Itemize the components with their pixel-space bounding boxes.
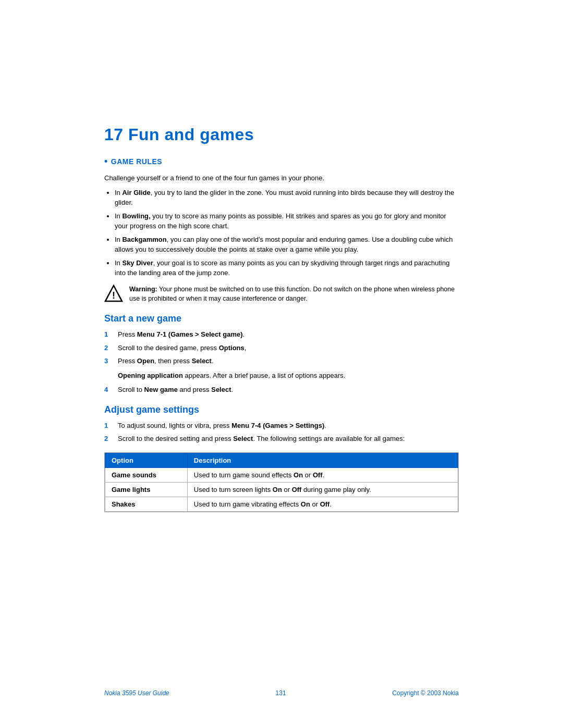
list-item: 2 Scroll to the desired game, press Opti… [104, 343, 459, 353]
adjust-settings-heading: Adjust game settings [104, 404, 459, 415]
step-number: 1 [104, 329, 112, 340]
list-item: 4 Scroll to New game and press Select. [104, 385, 459, 395]
list-item: In Sky Diver, your goal is to score as m… [115, 258, 459, 278]
bold-text: New game [144, 386, 178, 393]
content-area: 17 Fun and games GAME RULES Challenge yo… [104, 0, 459, 552]
table-cell-option: Game lights [105, 482, 188, 497]
list-item: 1 Press Menu 7-1 (Games > Select game). [104, 329, 459, 340]
table-cell-option: Shakes [105, 497, 188, 511]
table-header-option: Option [105, 453, 188, 467]
warning-label: Warning: [129, 286, 157, 293]
air-glide-bold: Air Glide [122, 189, 150, 196]
warning-box: ! Warning: Your phone must be switched o… [104, 285, 459, 304]
step-note: Opening application appears. After a bri… [118, 371, 459, 381]
list-item: In Bowling, you try to score as many poi… [115, 211, 459, 231]
adjust-settings-steps: 1 To adjust sound, lights or vibra, pres… [104, 421, 459, 444]
step-text: Scroll to the desired setting and press … [118, 434, 459, 444]
game-rules-intro: Challenge yourself or a friend to one of… [104, 173, 459, 183]
table-row: Shakes Used to turn game vibrating effec… [105, 497, 458, 511]
bowling-bold: Bowling, [122, 212, 150, 220]
table-cell-description: Used to turn screen lights On or Off dur… [187, 482, 458, 497]
step-text: Press Open, then press Select. [118, 356, 459, 366]
list-item: 1 To adjust sound, lights or vibra, pres… [104, 421, 459, 431]
svg-text:!: ! [112, 290, 115, 301]
bold-text: Opening application [118, 372, 183, 379]
step-text: Scroll to New game and press Select. [118, 385, 459, 395]
footer-right: Copyright © 2003 Nokia [392, 689, 459, 697]
list-item: In Backgammon, you can play one of the w… [115, 235, 459, 255]
step-number: 1 [104, 421, 112, 431]
step-text: To adjust sound, lights or vibra, press … [118, 421, 459, 431]
list-item: 3 Press Open, then press Select. [104, 356, 459, 366]
bold-text: Select [192, 357, 212, 365]
table-cell-option: Game sounds [105, 467, 188, 482]
table-row: Game lights Used to turn screen lights O… [105, 482, 458, 497]
table-header-description: Description [187, 453, 458, 467]
bold-text: On [273, 486, 282, 493]
table-cell-description: Used to turn game vibrating effects On o… [187, 497, 458, 511]
sky-diver-bold: Sky Diver [122, 259, 153, 267]
bold-text: Off [292, 486, 302, 493]
step-text: Press Menu 7-1 (Games > Select game). [118, 329, 459, 340]
backgammon-bold: Backgammon [122, 236, 166, 243]
bold-text: Off [320, 500, 330, 508]
bold-text: Off [313, 471, 323, 479]
step-number: 2 [104, 434, 112, 444]
start-new-game-heading: Start a new game [104, 313, 459, 324]
settings-table-container: Option Description Game sounds Used to t… [104, 452, 459, 512]
page: 17 Fun and games GAME RULES Challenge yo… [0, 0, 563, 728]
table-row: Game sounds Used to turn game sound effe… [105, 467, 458, 482]
step-number: 2 [104, 343, 112, 353]
bold-text: Menu 7-1 (Games > Select game) [137, 330, 243, 338]
start-new-game-step4: 4 Scroll to New game and press Select. [104, 385, 459, 395]
table-header-row: Option Description [105, 453, 458, 467]
bold-text: On [293, 471, 303, 479]
section-heading-label: GAME RULES [111, 157, 162, 166]
footer-left: Nokia 3595 User Guide [104, 689, 169, 697]
step-number: 4 [104, 385, 112, 395]
list-item: 2 Scroll to the desired setting and pres… [104, 434, 459, 444]
bold-text: Open [137, 357, 154, 365]
warning-text: Warning: Your phone must be switched on … [129, 285, 459, 304]
bold-text: Menu 7-4 (Games > Settings) [231, 422, 324, 429]
chapter-title: 17 Fun and games [104, 125, 459, 144]
list-item: In Air Glide, you try to land the glider… [115, 188, 459, 208]
bold-text: On [301, 500, 310, 508]
table-cell-description: Used to turn game sound effects On or Of… [187, 467, 458, 482]
game-rules-bullet-list: In Air Glide, you try to land the glider… [115, 188, 459, 278]
start-new-game-steps: 1 Press Menu 7-1 (Games > Select game). … [104, 329, 459, 366]
section-heading-game-rules: GAME RULES [104, 156, 459, 167]
bold-text: Select [211, 386, 231, 393]
page-footer: Nokia 3595 User Guide 131 Copyright © 20… [0, 689, 563, 697]
bold-text: Options [219, 344, 244, 352]
step-number: 3 [104, 356, 112, 366]
bold-text: Select [233, 435, 253, 442]
settings-table: Option Description Game sounds Used to t… [105, 453, 458, 512]
footer-center: 131 [276, 689, 286, 697]
step-text: Scroll to the desired game, press Option… [118, 343, 459, 353]
warning-icon: ! [104, 285, 123, 303]
